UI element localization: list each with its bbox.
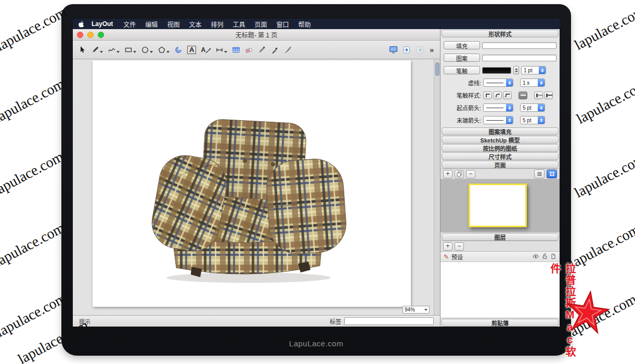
- start-arrow-select[interactable]: [483, 103, 513, 112]
- previous-page-button[interactable]: [416, 43, 424, 57]
- section-scrapbook[interactable]: 剪贴簿: [442, 319, 559, 327]
- vertical-scrollbar[interactable]: [434, 59, 440, 315]
- stroke-button[interactable]: 笔触: [444, 66, 480, 74]
- dash-scale-select[interactable]: 1 x: [520, 79, 545, 87]
- menu-item-text[interactable]: 文本: [189, 20, 201, 29]
- pen-tool[interactable]: [91, 43, 103, 57]
- end-arrow-select[interactable]: [483, 116, 513, 124]
- zoom-select[interactable]: 94%: [403, 306, 430, 314]
- stroke-width-stepper[interactable]: [513, 66, 519, 74]
- pattern-button[interactable]: 图案: [444, 54, 480, 62]
- layer-share-page-icon[interactable]: [550, 253, 556, 261]
- dash-style-select[interactable]: [483, 79, 513, 87]
- add-layer-button[interactable]: +: [443, 242, 452, 251]
- canvas-main[interactable]: 94%: [73, 59, 434, 315]
- label-tool[interactable]: A: [201, 43, 211, 57]
- duplicate-page-button[interactable]: [455, 170, 464, 178]
- end-arrow-size-value: 5 pt: [521, 118, 538, 123]
- text-tool[interactable]: A: [187, 43, 196, 57]
- page-thumbnail-selected[interactable]: [469, 184, 527, 227]
- menu-item-help[interactable]: 帮助: [298, 20, 310, 29]
- offset-tool[interactable]: [174, 43, 183, 57]
- section-pattern-fill[interactable]: 图案填充: [442, 127, 559, 135]
- rectangle-tool-caret[interactable]: [133, 51, 136, 53]
- end-arrow-size-select[interactable]: 5 pt: [520, 116, 545, 124]
- section-layers[interactable]: 图层: [442, 233, 559, 241]
- polygon-tool[interactable]: [158, 43, 170, 57]
- stroke-color-well[interactable]: [482, 67, 511, 74]
- style-tool[interactable]: [258, 43, 266, 57]
- watermark: lapulace.com: [0, 148, 66, 199]
- zoom-value: 94%: [405, 307, 415, 313]
- start-arrow-size-select[interactable]: 5 pt: [520, 103, 545, 112]
- presentation-button[interactable]: [389, 43, 398, 57]
- dimension-tool[interactable]: [215, 43, 227, 57]
- list-view-button[interactable]: [534, 170, 545, 178]
- cap-round-button[interactable]: [544, 92, 553, 99]
- end-arrow-size-caret-icon: [538, 116, 545, 124]
- layers-toolbar: + −: [440, 241, 560, 252]
- menu-item-view[interactable]: 视图: [167, 20, 179, 29]
- add-page-button[interactable]: [403, 43, 411, 57]
- dash-pattern-button[interactable]: [519, 92, 527, 99]
- freehand-tool-caret[interactable]: [116, 51, 120, 53]
- toolbar-overflow-button[interactable]: »: [429, 46, 435, 54]
- toolbar-right-group: »: [389, 43, 435, 57]
- split-tool[interactable]: [284, 43, 292, 57]
- sketchup-model-armchair[interactable]: [142, 115, 350, 287]
- freehand-tool[interactable]: [108, 43, 120, 57]
- section-sketchup-model[interactable]: SketchUp 模型: [442, 136, 559, 144]
- circle-tool-caret[interactable]: [150, 51, 153, 53]
- join-miter-button[interactable]: [483, 92, 492, 99]
- document-page[interactable]: [93, 60, 411, 307]
- fill-color-well[interactable]: [482, 42, 556, 49]
- dimension-tool-caret[interactable]: [224, 51, 227, 53]
- menu-item-file[interactable]: 文件: [123, 20, 136, 29]
- eyedropper-tool[interactable]: [271, 43, 279, 57]
- app-menu-layout[interactable]: LayOut: [92, 20, 113, 28]
- watermark: lapulace.com: [574, 76, 635, 127]
- dash-label: 虚线:: [444, 79, 481, 87]
- join-bevel-button[interactable]: [503, 92, 512, 99]
- layer-row[interactable]: ✎ 预设: [440, 252, 560, 262]
- pattern-well[interactable]: [482, 55, 556, 61]
- menu-item-edit[interactable]: 编辑: [145, 20, 158, 29]
- window-body: 无标题- 第 1 页: [73, 29, 560, 327]
- table-tool[interactable]: [232, 43, 240, 57]
- menu-item-arrange[interactable]: 排列: [211, 20, 223, 29]
- canvas: 94%: [73, 59, 440, 315]
- pages-list[interactable]: [440, 179, 560, 232]
- apple-menu-icon[interactable]: [78, 20, 85, 28]
- cap-butt-button[interactable]: [534, 92, 543, 99]
- start-arrow-caret-icon: [506, 104, 513, 111]
- menu-item-pages[interactable]: 页面: [254, 20, 267, 29]
- stroke-width-select[interactable]: 1 pt: [521, 66, 546, 74]
- scrollbar-thumb[interactable]: [435, 62, 439, 76]
- document-area: 无标题- 第 1 页: [73, 29, 440, 327]
- select-tool[interactable]: [78, 43, 86, 57]
- inspector-panel: 形状样式 填充 图案 笔触 1 pt: [440, 29, 560, 327]
- join-round-button[interactable]: [493, 92, 502, 99]
- section-scaled-drawing[interactable]: 按比例的图纸: [442, 144, 559, 152]
- polygon-tool-caret[interactable]: [166, 51, 170, 53]
- grid-view-button[interactable]: [547, 170, 557, 178]
- menu-item-window[interactable]: 窗口: [276, 20, 289, 29]
- pen-tool-caret[interactable]: [100, 51, 103, 53]
- end-arrow-label: 末端箭头:: [444, 116, 481, 124]
- circle-tool[interactable]: [141, 43, 153, 57]
- remove-page-button[interactable]: −: [466, 170, 475, 178]
- add-page-list-button[interactable]: +: [443, 170, 452, 178]
- remove-layer-button[interactable]: −: [455, 242, 464, 251]
- section-dimension-style[interactable]: 尺寸样式: [442, 152, 559, 160]
- tag-input[interactable]: [344, 317, 434, 325]
- layer-lock-icon[interactable]: [541, 253, 548, 261]
- section-shape-style[interactable]: 形状样式: [442, 30, 559, 37]
- section-pages[interactable]: 页面: [442, 161, 559, 168]
- eraser-tool[interactable]: [245, 43, 253, 57]
- layer-icons: [532, 253, 556, 261]
- fill-button[interactable]: 填充: [444, 41, 480, 49]
- menu-item-tools[interactable]: 工具: [232, 20, 245, 29]
- layer-visibility-eye-icon[interactable]: [532, 253, 539, 261]
- rectangle-tool[interactable]: [124, 43, 136, 57]
- laptop-brand-text: LapuLace.com: [61, 339, 571, 348]
